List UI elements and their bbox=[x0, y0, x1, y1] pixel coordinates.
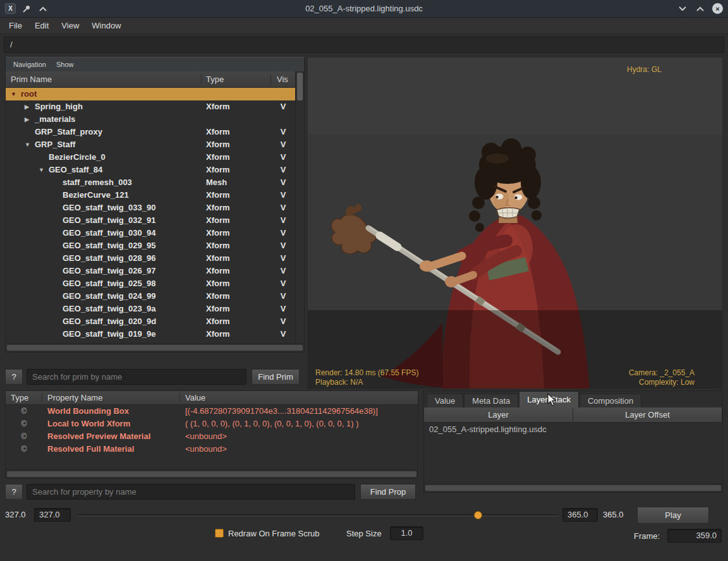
prim-row-GEO_staff_twig_023_9a[interactable]: GEO_staff_twig_023_9aXformV bbox=[6, 303, 295, 315]
frame-slider[interactable] bbox=[77, 514, 559, 516]
prim-row-BezierCircle_0[interactable]: BezierCircle_0XformV bbox=[6, 151, 295, 164]
tab-navigation[interactable]: Navigation bbox=[9, 61, 50, 68]
scrollbar-thumb[interactable] bbox=[297, 73, 303, 100]
property-row[interactable]: ©Resolved Preview Material<unbound> bbox=[6, 430, 418, 443]
collapse-arrow-icon[interactable]: ▼ bbox=[25, 138, 35, 151]
menu-view[interactable]: View bbox=[55, 18, 85, 34]
tab-value[interactable]: Value bbox=[427, 394, 463, 407]
prim-row-GEO_staff_twig_029_95[interactable]: GEO_staff_twig_029_95XformV bbox=[6, 239, 295, 252]
property-search-input[interactable] bbox=[27, 484, 355, 500]
prim-visibility[interactable]: V bbox=[271, 176, 295, 189]
redraw-on-frame-scrub-checkbox[interactable] bbox=[215, 529, 224, 538]
prim-row-GEO_staff_twig_032_91[interactable]: GEO_staff_twig_032_91XformV bbox=[6, 214, 295, 227]
tree-horizontal-scrollbar[interactable] bbox=[6, 343, 304, 352]
prim-visibility[interactable]: V bbox=[271, 265, 295, 277]
prim-visibility[interactable]: V bbox=[271, 290, 295, 303]
tab-meta-data[interactable]: Meta Data bbox=[464, 394, 518, 407]
prim-row-root[interactable]: ▼root bbox=[6, 88, 295, 100]
prim-row-GEO_staff_twig_019_9e[interactable]: GEO_staff_twig_019_9eXformV bbox=[6, 328, 295, 341]
tab-show[interactable]: Show bbox=[52, 61, 78, 68]
column-header-type[interactable]: Type bbox=[202, 75, 271, 84]
scrollbar-thumb[interactable] bbox=[7, 471, 416, 477]
prim-visibility[interactable]: V bbox=[271, 100, 295, 113]
prim-name-cell: GEO_staff_twig_033_90 bbox=[6, 202, 202, 214]
prim-visibility[interactable] bbox=[271, 113, 295, 126]
prim-row-Spring_high[interactable]: ▶Spring_highXformV bbox=[6, 100, 295, 113]
prim-visibility[interactable]: V bbox=[271, 277, 295, 290]
property-row[interactable]: ©Local to World Xform( (1, 0, 0, 0), (0,… bbox=[6, 418, 418, 430]
menu-window[interactable]: Window bbox=[85, 18, 127, 34]
prim-visibility[interactable]: V bbox=[271, 252, 295, 265]
chevron-up-icon[interactable] bbox=[695, 3, 706, 15]
column-header-value[interactable]: Value bbox=[180, 393, 418, 402]
prim-row-GEO_staff_twig_024_99[interactable]: GEO_staff_twig_024_99XformV bbox=[6, 290, 295, 303]
prim-row-GEO_staff_twig_033_90[interactable]: GEO_staff_twig_033_90XformV bbox=[6, 202, 295, 214]
prim-visibility[interactable]: V bbox=[271, 303, 295, 315]
scrollbar-thumb[interactable] bbox=[7, 345, 303, 351]
find-prim-button[interactable]: Find Prim bbox=[252, 369, 300, 385]
prim-visibility[interactable]: V bbox=[271, 138, 295, 151]
path-bar[interactable]: / bbox=[4, 37, 724, 53]
tree-vertical-scrollbar[interactable] bbox=[295, 71, 304, 343]
prim-row-GEO_staff_twig_030_94[interactable]: GEO_staff_twig_030_94XformV bbox=[6, 227, 295, 239]
layer-horizontal-scrollbar[interactable] bbox=[424, 483, 722, 492]
collapse-arrow-icon[interactable]: ▼ bbox=[11, 88, 21, 100]
prim-help-button[interactable]: ? bbox=[5, 369, 23, 385]
find-prop-button[interactable]: Find Prop bbox=[360, 484, 416, 500]
property-row[interactable]: ©World Bounding Box[(-4.687280739091704e… bbox=[6, 405, 418, 418]
prim-visibility[interactable]: V bbox=[271, 189, 295, 202]
scrollbar-thumb[interactable] bbox=[425, 485, 721, 491]
column-header-layer-offset[interactable]: Layer Offset bbox=[573, 407, 722, 422]
property-horizontal-scrollbar[interactable] bbox=[6, 469, 418, 478]
prim-row-GEO_staff_84[interactable]: ▼GEO_staff_84XformV bbox=[6, 164, 295, 176]
prim-visibility[interactable]: V bbox=[271, 202, 295, 214]
prim-name: GEO_staff_twig_028_96 bbox=[63, 252, 155, 265]
prim-row-GEO_staff_twig_028_96[interactable]: GEO_staff_twig_028_96XformV bbox=[6, 252, 295, 265]
range-end-field[interactable]: 365.0 bbox=[562, 508, 598, 522]
prim-row-GEO_staff_twig_026_97[interactable]: GEO_staff_twig_026_97XformV bbox=[6, 265, 295, 277]
play-button[interactable]: Play bbox=[637, 507, 709, 524]
prim-type: Mesh bbox=[202, 176, 271, 189]
frame-slider-handle[interactable] bbox=[474, 511, 482, 519]
prim-row-GEO_staff_twig_020_9d[interactable]: GEO_staff_twig_020_9dXformV bbox=[6, 315, 295, 328]
prim-visibility[interactable]: V bbox=[271, 214, 295, 227]
step-size-field[interactable]: 1.0 bbox=[390, 526, 423, 540]
prim-visibility[interactable] bbox=[271, 88, 295, 100]
range-start-field[interactable]: 327.0 bbox=[34, 508, 71, 522]
pin-icon[interactable] bbox=[21, 3, 32, 15]
property-row[interactable]: ©Resolved Full Material<unbound> bbox=[6, 443, 418, 455]
menu-edit[interactable]: Edit bbox=[28, 18, 55, 34]
prim-visibility[interactable]: V bbox=[271, 227, 295, 239]
prim-search-input[interactable] bbox=[27, 369, 246, 385]
shade-icon[interactable] bbox=[37, 3, 49, 15]
prim-visibility[interactable]: V bbox=[271, 164, 295, 176]
tab-composition[interactable]: Composition bbox=[579, 394, 641, 407]
prim-visibility[interactable]: V bbox=[271, 328, 295, 341]
menu-file[interactable]: File bbox=[3, 18, 28, 34]
prim-visibility[interactable]: V bbox=[271, 151, 295, 164]
prim-row-GEO_staff_twig_025_98[interactable]: GEO_staff_twig_025_98XformV bbox=[6, 277, 295, 290]
layer-row[interactable]: 02_055_A-stripped.lighting.usdc bbox=[424, 423, 722, 437]
collapse-arrow-icon[interactable]: ▼ bbox=[39, 164, 49, 176]
property-help-button[interactable]: ? bbox=[5, 484, 23, 500]
chevron-down-icon[interactable] bbox=[677, 3, 688, 15]
prim-row-GRP_Staff[interactable]: ▼GRP_StaffXformV bbox=[6, 138, 295, 151]
column-header-layer[interactable]: Layer bbox=[424, 407, 573, 422]
expand-arrow-icon[interactable]: ▶ bbox=[25, 100, 35, 113]
prim-row-GRP_Staff_proxy[interactable]: GRP_Staff_proxyXformV bbox=[6, 126, 295, 138]
prim-visibility[interactable]: V bbox=[271, 239, 295, 252]
column-header-vis[interactable]: Vis bbox=[271, 75, 295, 84]
column-header-property-name[interactable]: Property Name bbox=[42, 393, 180, 402]
prim-row-BezierCurve_121[interactable]: BezierCurve_121XformV bbox=[6, 189, 295, 202]
frame-field[interactable]: 359.0 bbox=[667, 529, 722, 543]
close-button[interactable]: × bbox=[712, 3, 723, 14]
prim-name: GRP_Staff bbox=[35, 138, 75, 151]
column-header-type[interactable]: Type bbox=[6, 393, 42, 402]
expand-arrow-icon[interactable]: ▶ bbox=[25, 113, 35, 126]
prim-visibility[interactable]: V bbox=[271, 126, 295, 138]
column-header-prim-name[interactable]: Prim Name bbox=[6, 75, 202, 84]
prim-row-staff_remesh_003[interactable]: staff_remesh_003MeshV bbox=[6, 176, 295, 189]
prim-visibility[interactable]: V bbox=[271, 315, 295, 328]
viewport[interactable]: Hydra: GL Render: 14.80 ms (67.55 FPS) P… bbox=[307, 57, 723, 389]
prim-row-_materials[interactable]: ▶_materials bbox=[6, 113, 295, 126]
